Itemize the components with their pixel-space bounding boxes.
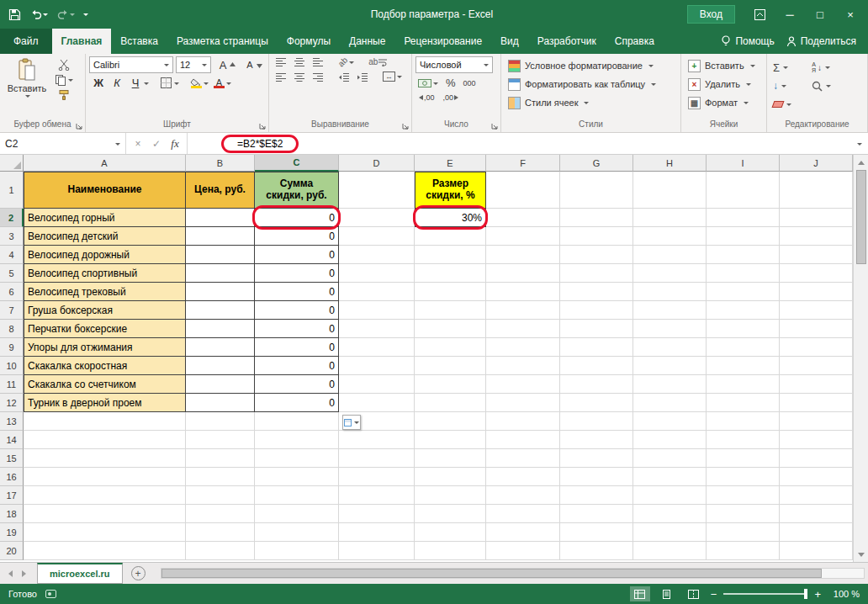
prev-sheet-icon[interactable] [0, 563, 17, 584]
cell-E10[interactable] [415, 357, 486, 375]
horizontal-scroll-thumb[interactable] [161, 569, 822, 578]
cell-I7[interactable] [707, 301, 780, 320]
row-header-11[interactable]: 11 [0, 375, 24, 394]
styles-item-1[interactable]: Форматировать как таблицу [505, 75, 677, 93]
cell-C20[interactable] [255, 542, 339, 560]
copy-button[interactable] [52, 73, 76, 87]
cell-F11[interactable] [486, 375, 560, 394]
insert-function-button[interactable]: fx [167, 137, 183, 151]
cell-H13[interactable] [633, 412, 707, 431]
name-box-dropdown-icon[interactable] [115, 143, 120, 148]
name-box[interactable]: C2 [0, 133, 126, 154]
fill-button[interactable]: ↓ [770, 77, 809, 95]
cell-H5[interactable] [633, 264, 707, 283]
cell-H16[interactable] [633, 468, 707, 486]
row-header-6[interactable]: 6 [0, 283, 24, 301]
align-middle-button[interactable] [291, 56, 308, 67]
maximize-button[interactable]: □ [806, 2, 834, 27]
cell-A15[interactable] [24, 449, 186, 468]
cell-C5[interactable]: 0 [255, 264, 339, 283]
cell-H20[interactable] [633, 542, 707, 560]
cell-J11[interactable] [780, 375, 853, 394]
number-format-dropdown-icon[interactable] [484, 64, 489, 69]
cell-H17[interactable] [633, 486, 707, 505]
fill-color-dropdown-icon[interactable] [204, 82, 209, 87]
formula-input[interactable]: =B2*$E$2 [188, 133, 849, 154]
save-icon[interactable] [8, 8, 21, 21]
cell-D3[interactable] [339, 227, 415, 246]
cell-B14[interactable] [186, 431, 255, 449]
cell-D1[interactable] [339, 172, 415, 209]
comma-style-button[interactable]: 000 [461, 78, 479, 88]
wrap-text-button[interactable]: ab [366, 56, 390, 67]
cell-D6[interactable] [339, 283, 415, 301]
cell-E2[interactable]: 30% [415, 209, 486, 227]
font-color-button[interactable]: А [211, 77, 234, 89]
cell-I1[interactable] [707, 172, 780, 209]
cell-E17[interactable] [415, 486, 486, 505]
normal-view-button[interactable] [630, 586, 650, 601]
cell-J5[interactable] [780, 264, 853, 283]
cell-D14[interactable] [339, 431, 415, 449]
cell-A13[interactable] [24, 412, 186, 431]
cell-D8[interactable] [339, 320, 415, 338]
increase-decimal-button[interactable]: ,00 [415, 93, 437, 103]
cell-I12[interactable] [707, 394, 780, 412]
cell-I14[interactable] [707, 431, 780, 449]
cell-C4[interactable]: 0 [255, 246, 339, 264]
cell-E11[interactable] [415, 375, 486, 394]
column-header-A[interactable]: A [24, 155, 186, 172]
cell-B10[interactable] [186, 357, 255, 375]
styles-item-caret-1[interactable] [651, 83, 656, 88]
tab-Вид[interactable]: Вид [491, 29, 528, 54]
column-header-B[interactable]: B [186, 155, 255, 172]
cell-H10[interactable] [633, 357, 707, 375]
cell-J15[interactable] [780, 449, 853, 468]
tab-Главная[interactable]: Главная [52, 29, 112, 54]
cut-button[interactable] [52, 58, 76, 72]
autosum-dropdown-icon[interactable] [783, 66, 788, 72]
tab-Рецензирование[interactable]: Рецензирование [394, 29, 491, 54]
cell-J19[interactable] [780, 523, 853, 542]
cell-A4[interactable]: Велосипед дорожный [24, 246, 186, 264]
row-header-8[interactable]: 8 [0, 320, 24, 338]
cell-A20[interactable] [24, 542, 186, 560]
select-all-corner[interactable] [0, 155, 24, 172]
macro-record-icon[interactable] [45, 590, 56, 598]
cell-J2[interactable] [780, 209, 853, 227]
cell-C15[interactable] [255, 449, 339, 468]
find-dropdown-icon[interactable] [826, 85, 831, 90]
cell-B17[interactable] [186, 486, 255, 505]
cell-G2[interactable] [560, 209, 633, 227]
cell-G9[interactable] [560, 338, 633, 357]
cell-D18[interactable] [339, 505, 415, 523]
cell-E12[interactable] [415, 394, 486, 412]
cell-C7[interactable]: 0 [255, 301, 339, 320]
cell-I2[interactable] [707, 209, 780, 227]
undo-dropdown-icon[interactable] [43, 13, 48, 19]
cell-F2[interactable] [486, 209, 560, 227]
cell-F9[interactable] [486, 338, 560, 357]
cell-I17[interactable] [707, 486, 780, 505]
cell-J18[interactable] [780, 505, 853, 523]
align-bottom-button[interactable] [310, 56, 326, 67]
cell-H19[interactable] [633, 523, 707, 542]
row-header-19[interactable]: 19 [0, 523, 24, 542]
cell-J4[interactable] [780, 246, 853, 264]
horizontal-scrollbar[interactable] [161, 563, 865, 584]
cell-B12[interactable] [186, 394, 255, 412]
undo-icon[interactable] [29, 9, 48, 20]
cell-H12[interactable] [633, 394, 707, 412]
column-header-I[interactable]: I [707, 155, 780, 172]
cell-E1[interactable]: Размер скидки, % [415, 172, 486, 209]
row-header-12[interactable]: 12 [0, 394, 24, 412]
column-header-H[interactable]: H [633, 155, 707, 172]
zoom-level[interactable]: 100 % [828, 589, 860, 599]
align-right-button[interactable] [310, 72, 326, 82]
cell-J12[interactable] [780, 394, 853, 412]
cell-I13[interactable] [707, 412, 780, 431]
cell-H1[interactable] [633, 172, 707, 209]
column-header-J[interactable]: J [780, 155, 853, 172]
cell-C13[interactable] [255, 412, 339, 431]
cell-J8[interactable] [780, 320, 853, 338]
